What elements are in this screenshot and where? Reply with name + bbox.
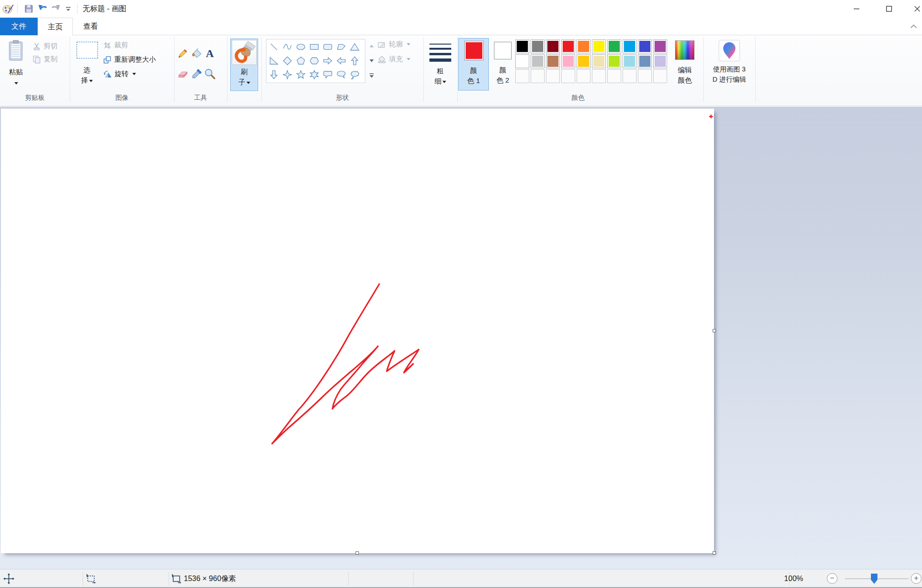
rotate-button[interactable]: 旋转 — [103, 70, 136, 78]
palette-empty-slot[interactable] — [515, 69, 529, 83]
rotate-icon — [103, 70, 112, 78]
shape-rounded-rectangle[interactable] — [321, 40, 334, 54]
palette-swatch-red[interactable] — [561, 39, 575, 53]
select-button[interactable]: 选 择 — [73, 37, 100, 91]
palette-swatch-white[interactable] — [515, 54, 529, 68]
paste-dropdown-caret[interactable] — [3, 79, 29, 87]
shape-curve[interactable] — [280, 40, 294, 54]
palette-swatch-green[interactable] — [607, 39, 621, 53]
palette-swatch-gold[interactable] — [577, 54, 591, 68]
palette-swatch-yellow[interactable] — [592, 39, 606, 53]
palette-swatch-lavender[interactable] — [653, 54, 667, 68]
palette-swatch-brown[interactable] — [546, 54, 560, 68]
pencil-tool-button[interactable] — [177, 47, 191, 62]
palette-empty-slot[interactable] — [546, 69, 560, 83]
zoom-in-button[interactable]: + — [911, 573, 922, 584]
palette-swatch-indigo[interactable] — [638, 39, 652, 53]
shape-star-5[interactable] — [294, 68, 307, 82]
palette-swatch-dark-red[interactable] — [546, 39, 560, 53]
shape-star-4[interactable] — [280, 68, 294, 82]
shape-callout-oval[interactable] — [334, 68, 348, 82]
shape-rectangle[interactable] — [307, 40, 321, 54]
undo-button[interactable] — [37, 3, 49, 15]
shape-diamond[interactable] — [280, 54, 294, 68]
minimize-button[interactable] — [846, 0, 867, 18]
resize-icon — [103, 56, 111, 64]
palette-swatch-light-yellow[interactable] — [592, 54, 606, 68]
palette-swatch-turquoise[interactable] — [623, 39, 636, 53]
resize-button[interactable]: 重新调整大小 — [103, 55, 156, 64]
shape-ellipse[interactable] — [294, 40, 307, 54]
red-dot — [709, 115, 713, 118]
shape-star-6[interactable] — [307, 68, 321, 82]
shapes-more-button[interactable] — [367, 69, 376, 82]
magnifier-tool-button[interactable] — [204, 68, 218, 83]
magnifier-icon — [204, 68, 216, 80]
zoom-out-button[interactable]: − — [827, 573, 838, 584]
redo-button[interactable] — [50, 3, 62, 15]
group-tools: A — [174, 35, 227, 106]
palette-empty-slot[interactable] — [577, 69, 591, 83]
shape-arrow-right[interactable] — [321, 54, 334, 68]
shape-arrow-down[interactable] — [267, 68, 280, 82]
palette-swatch-gray-25[interactable] — [531, 54, 545, 68]
color1-button[interactable]: 颜 色 1 — [458, 38, 489, 90]
shape-fill-button[interactable]: 填充 — [377, 55, 410, 64]
palette-swatch-blue-gray[interactable] — [638, 54, 652, 68]
shape-triangle[interactable] — [348, 40, 361, 54]
resize-handle-right[interactable] — [713, 329, 716, 332]
zoom-slider-thumb[interactable] — [871, 574, 877, 584]
tab-view[interactable]: 查看 — [73, 18, 108, 35]
shape-line[interactable] — [267, 40, 280, 54]
eyedropper-icon — [191, 68, 203, 80]
drawing-canvas[interactable] — [1, 109, 714, 553]
palette-swatch-gray-50[interactable] — [531, 39, 545, 53]
palette-empty-slot[interactable] — [531, 69, 545, 83]
palette-empty-slot[interactable] — [607, 69, 621, 83]
resize-handle-bottom[interactable] — [356, 551, 359, 555]
brush-button[interactable]: 刷 子 — [230, 39, 258, 91]
copy-button[interactable]: 复制 — [32, 55, 58, 64]
palette-empty-slot[interactable] — [653, 69, 667, 83]
collapse-ribbon-button[interactable] — [908, 21, 919, 32]
cut-button[interactable]: 剪切 — [32, 42, 58, 51]
shapes-scroll-down-button[interactable] — [367, 54, 376, 67]
qat-customize-button[interactable] — [64, 3, 72, 15]
paint3d-button[interactable]: 使用画图 3 D 进行编辑 — [706, 38, 753, 90]
palette-swatch-orange[interactable] — [577, 39, 591, 53]
text-tool-button[interactable]: A — [204, 47, 218, 62]
palette-swatch-rose[interactable] — [561, 54, 575, 68]
palette-swatch-lime[interactable] — [607, 54, 621, 68]
shape-callout-cloud[interactable] — [348, 68, 361, 82]
size-button[interactable]: 粗 细 — [427, 38, 454, 91]
palette-empty-slot[interactable] — [592, 69, 606, 83]
shape-polygon[interactable] — [334, 40, 348, 54]
outline-button[interactable]: 轮廓 — [377, 40, 410, 49]
palette-empty-slot[interactable] — [561, 69, 575, 83]
maximize-button[interactable] — [878, 0, 900, 18]
palette-swatch-light-turquoise[interactable] — [623, 54, 636, 68]
shape-pentagon[interactable] — [294, 54, 307, 68]
palette-empty-slot[interactable] — [623, 69, 636, 83]
resize-handle-corner[interactable] — [713, 551, 716, 555]
shape-hexagon[interactable] — [307, 54, 321, 68]
tab-home[interactable]: 主页 — [38, 18, 73, 36]
shapes-scroll-up-button[interactable] — [367, 39, 376, 52]
color-picker-tool-button[interactable] — [191, 68, 205, 83]
edit-colors-button[interactable]: 编辑 颜色 — [670, 38, 700, 90]
color2-button[interactable]: 颜 色 2 — [491, 38, 514, 90]
shape-right-triangle[interactable] — [267, 54, 280, 68]
shape-arrow-up[interactable] — [348, 54, 361, 68]
crop-button[interactable]: 裁剪 — [103, 41, 128, 50]
close-button[interactable] — [912, 0, 922, 18]
eraser-tool-button[interactable] — [177, 68, 191, 83]
shape-callout-rounded[interactable] — [321, 68, 334, 82]
tab-file[interactable]: 文件 — [0, 18, 38, 35]
palette-empty-slot[interactable] — [638, 69, 652, 83]
paste-button[interactable]: 粘贴 — [3, 37, 29, 91]
palette-swatch-purple[interactable] — [653, 39, 667, 53]
palette-swatch-black[interactable] — [515, 39, 529, 53]
save-button[interactable] — [23, 3, 35, 15]
fill-tool-button[interactable] — [191, 47, 205, 62]
shape-arrow-left[interactable] — [334, 54, 348, 68]
